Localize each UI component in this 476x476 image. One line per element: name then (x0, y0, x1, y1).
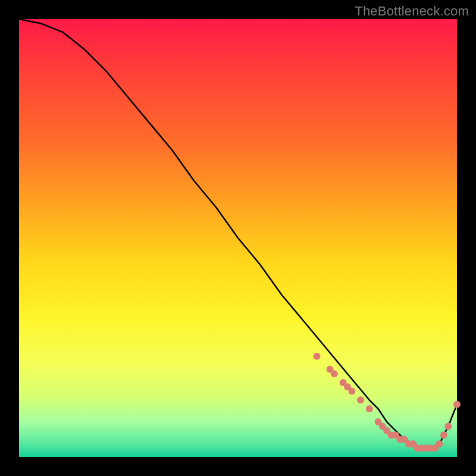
data-marker (331, 370, 338, 377)
marker-group (314, 353, 461, 452)
data-marker (440, 431, 447, 439)
chart-stage: TheBottleneck.com (0, 0, 476, 476)
curve-layer (19, 19, 457, 457)
data-marker (314, 353, 321, 360)
data-marker (348, 388, 355, 395)
bottleneck-curve (19, 19, 457, 448)
data-marker (453, 401, 461, 408)
watermark-text: TheBottleneck.com (355, 4, 469, 19)
data-marker (444, 423, 452, 430)
plot-area (19, 19, 457, 457)
data-marker (357, 396, 364, 403)
data-marker (366, 405, 373, 412)
data-marker (436, 440, 443, 447)
